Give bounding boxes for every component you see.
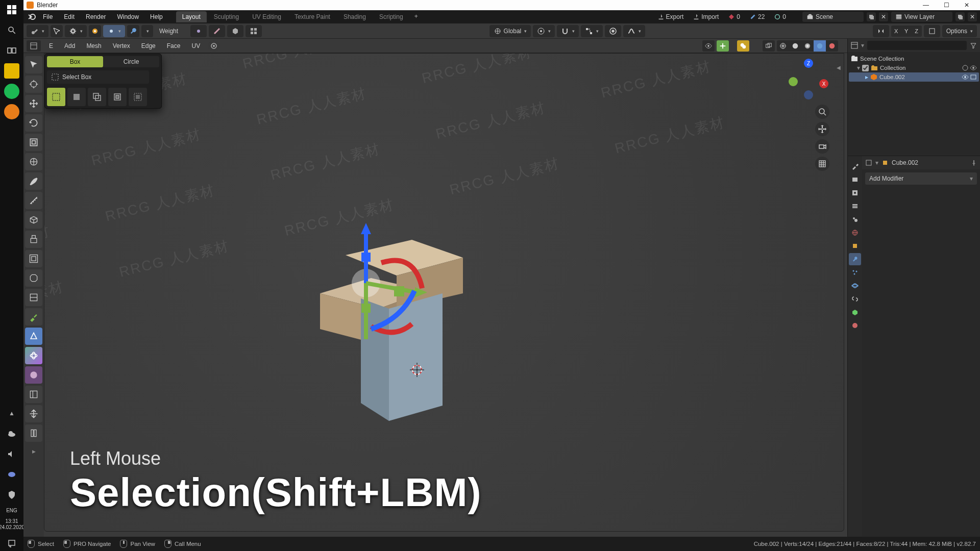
add-modifier-dropdown[interactable]: Add Modifier ▾ (865, 172, 977, 185)
tray-up-icon[interactable]: ▲ (4, 406, 19, 421)
mesh-select-mode-edge[interactable] (209, 25, 225, 37)
mirror-z[interactable]: Z (912, 26, 922, 37)
snap-to[interactable] (581, 25, 603, 37)
tray-notifications-icon[interactable] (4, 536, 19, 551)
tool-edge-slide[interactable] (25, 386, 42, 403)
mirror-icon[interactable] (873, 25, 889, 37)
tool-settings-gear[interactable] (65, 25, 87, 37)
popup-mode-intersect[interactable] (108, 88, 127, 106)
close-button[interactable]: ✕ (957, 2, 977, 9)
search-icon[interactable] (4, 22, 19, 38)
menu-edit[interactable]: Edit (59, 12, 80, 22)
taskview-icon[interactable] (4, 43, 19, 58)
popup-mode-extend[interactable] (67, 88, 86, 106)
tab-texture-paint[interactable]: Texture Paint (288, 11, 336, 22)
spotify-icon[interactable] (4, 84, 19, 99)
view-object-types[interactable] (702, 40, 715, 52)
tool-measure[interactable] (25, 192, 42, 209)
tool-cursor[interactable] (25, 76, 42, 93)
popup-tab-circle[interactable]: Circle (103, 56, 159, 67)
proportional-editing[interactable] (605, 25, 621, 37)
prop-tab-scene[interactable] (849, 213, 861, 226)
show-gizmo-toggle[interactable] (717, 40, 729, 52)
prop-tab-output[interactable] (849, 187, 861, 199)
overlays-dropdown[interactable] (751, 44, 755, 47)
3d-viewport[interactable]: RRCG 人人素材RRCG 人人素材RRCG 人人素材RRCG 人人素材 RRC… (44, 53, 844, 532)
view-layer-selector[interactable]: View Layer (891, 12, 952, 22)
tool-loopcut[interactable] (25, 289, 42, 306)
pan-icon[interactable] (815, 122, 829, 136)
prop-tab-constraints[interactable] (849, 293, 861, 305)
tool-knife[interactable] (25, 308, 42, 325)
blender-logo-icon[interactable] (27, 12, 37, 22)
outliner-search[interactable] (867, 41, 967, 50)
tab-shading[interactable]: Shading (337, 11, 372, 22)
tray-shield-icon[interactable] (4, 487, 19, 503)
vp-shading-pin[interactable] (208, 40, 219, 52)
options-dropdown[interactable]: Options (942, 25, 977, 37)
tray-clock[interactable]: 13:3124.02.2020 (0, 518, 24, 531)
import-button[interactable]: Import (690, 12, 722, 21)
perspective-toggle-icon[interactable] (815, 157, 829, 171)
transform-orientation[interactable]: Global (489, 25, 531, 37)
axis-x-icon[interactable]: X (819, 79, 828, 88)
collection-enable-checkbox[interactable] (862, 65, 869, 71)
vp-menu-vertex[interactable]: Vertex (110, 41, 133, 51)
tool-more[interactable] (141, 25, 153, 37)
vp-menu-mesh[interactable]: Mesh (83, 41, 104, 51)
mesh-select-mode-vertex[interactable] (190, 25, 207, 37)
prop-tab-material[interactable] (849, 319, 861, 332)
delete-layer-button[interactable]: ✕ (968, 12, 977, 21)
vp-shading-dropdown[interactable] (225, 44, 229, 47)
outliner-collection[interactable]: ▾ Collection (849, 63, 979, 72)
popup-mode-subtract[interactable] (88, 88, 106, 106)
outliner-type-icon[interactable] (851, 42, 858, 49)
zoom-icon[interactable] (815, 105, 829, 119)
tool-vertex-mode[interactable] (103, 25, 125, 37)
menu-window[interactable]: Window (112, 12, 144, 22)
mode-indicator[interactable]: E (46, 41, 56, 51)
scene-selector[interactable]: Scene (802, 12, 864, 22)
proportional-falloff[interactable] (623, 25, 645, 37)
axis-y-icon[interactable] (789, 77, 798, 86)
tool-spin[interactable] (25, 347, 42, 364)
delete-scene-button[interactable]: ✕ (879, 12, 888, 21)
add-workspace-button[interactable]: + (410, 11, 422, 22)
shading-wireframe[interactable] (777, 40, 789, 52)
gizmo-dropdown[interactable] (731, 44, 735, 47)
mesh-select-check[interactable] (246, 25, 262, 37)
vp-menu-edge[interactable]: Edge (138, 41, 159, 51)
object-hide-icon[interactable] (962, 73, 969, 81)
prop-tab-render[interactable] (849, 173, 861, 186)
prop-tab-particles[interactable] (849, 266, 861, 279)
axis-neg-z-icon[interactable] (804, 90, 813, 99)
tray-cloud-icon[interactable] (4, 426, 19, 441)
tool-annotate[interactable] (25, 172, 42, 190)
menu-help[interactable]: Help (145, 12, 168, 22)
mirror-axes[interactable]: X Y Z (891, 26, 922, 37)
tab-uv-editing[interactable]: UV Editing (246, 11, 287, 22)
shading-options-dropdown[interactable] (840, 44, 844, 47)
tool-rotate[interactable] (25, 114, 42, 132)
collection-exclude-icon[interactable] (962, 64, 969, 71)
explorer-icon[interactable] (4, 63, 19, 79)
new-layer-button[interactable] (955, 12, 965, 21)
tool-inset[interactable] (25, 250, 42, 267)
tool-bevel[interactable] (25, 269, 42, 287)
camera-view-icon[interactable] (815, 139, 829, 154)
tool-origin[interactable] (89, 25, 101, 37)
maximize-button[interactable]: ☐ (936, 2, 957, 9)
pivot-point[interactable] (533, 25, 555, 37)
vp-menu-add[interactable]: Add (61, 41, 78, 51)
prop-tab-physics[interactable] (849, 280, 861, 292)
new-scene-button[interactable] (867, 12, 876, 21)
tool-transform[interactable] (25, 153, 42, 170)
tool-move[interactable] (25, 95, 42, 112)
tool-smooth[interactable] (25, 366, 42, 384)
menu-file[interactable]: File (38, 12, 58, 22)
prop-tab-mesh[interactable] (849, 306, 861, 318)
start-icon[interactable] (4, 2, 19, 17)
mirror-x[interactable]: X (891, 26, 901, 37)
tool-shrink[interactable] (25, 405, 42, 422)
outliner-scene-collection[interactable]: Scene Collection (849, 54, 979, 63)
